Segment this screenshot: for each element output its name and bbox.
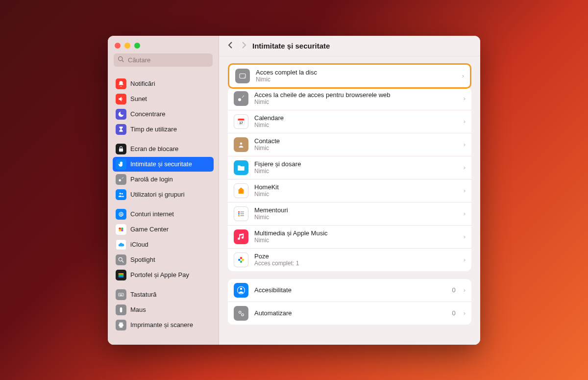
photos-icon xyxy=(234,253,248,267)
zoom-button[interactable] xyxy=(134,43,140,49)
sidebar-item-label: Portofel și Apple Pay xyxy=(130,271,189,279)
svg-rect-20 xyxy=(120,295,122,295)
svg-line-12 xyxy=(122,260,124,262)
sidebar-item[interactable]: Concentrare xyxy=(113,107,214,122)
sidebar-item[interactable]: Intimitate și securitate xyxy=(113,157,214,172)
svg-point-41 xyxy=(238,258,241,261)
sidebar-item-label: Parolă de login xyxy=(130,176,173,183)
sidebar-item-label: iCloud xyxy=(130,241,148,248)
bell-icon xyxy=(116,78,126,89)
privacy-row[interactable]: Fișiere și dosareNimic› xyxy=(228,156,471,179)
row-title: Acces la cheile de acces pentru browsere… xyxy=(254,91,458,99)
lock-icon xyxy=(116,144,126,154)
svg-rect-15 xyxy=(119,276,124,277)
search-field[interactable] xyxy=(114,53,213,67)
privacy-row[interactable]: MementouriNimic› xyxy=(228,202,471,225)
row-title: Poze xyxy=(254,253,458,260)
sidebar-item-label: Intimitate și securitate xyxy=(130,160,192,168)
svg-line-1 xyxy=(122,60,123,62)
sidebar-item[interactable]: Maus xyxy=(113,303,214,317)
sidebar-item[interactable]: Utilizatori și grupuri xyxy=(113,187,214,202)
svg-rect-21 xyxy=(120,307,122,312)
keyboard-icon xyxy=(116,289,126,300)
header: Intimitate și securitate xyxy=(219,36,480,56)
svg-rect-19 xyxy=(122,294,122,294)
sidebar-list[interactable]: NotificăriSunetConcentrareTimp de utiliz… xyxy=(108,72,219,345)
svg-rect-22 xyxy=(120,322,123,324)
row-subtitle: Nimic xyxy=(254,214,458,221)
svg-rect-35 xyxy=(241,213,245,214)
sidebar-item[interactable]: Sunet xyxy=(113,92,214,106)
privacy-row[interactable]: Acces la cheile de acces pentru browsere… xyxy=(228,87,471,110)
row-subtitle: Nimic xyxy=(254,99,458,105)
svg-point-32 xyxy=(238,211,240,212)
chevron-right-icon: › xyxy=(464,309,466,317)
row-title: Acces complet la disc xyxy=(256,69,456,76)
back-button[interactable] xyxy=(228,42,234,50)
sidebar-item[interactable]: Game Center xyxy=(113,222,214,237)
sidebar-item-label: Tastatură xyxy=(130,291,156,298)
sidebar-item-label: Game Center xyxy=(130,226,169,233)
minimize-button[interactable] xyxy=(124,43,130,49)
row-subtitle: Nimic xyxy=(254,237,458,244)
chevron-right-icon: › xyxy=(464,286,466,294)
search-input[interactable] xyxy=(127,56,211,64)
content-scroll[interactable]: Acces complet la disc Nimic › Acces la c… xyxy=(219,56,480,345)
privacy-row[interactable]: 17CalendareNimic› xyxy=(228,110,471,133)
sidebar-item-label: Ecran de blocare xyxy=(130,145,178,152)
privacy-row[interactable]: Accesibilitate0› xyxy=(228,279,471,302)
sidebar-item-label: Sunet xyxy=(130,95,147,102)
svg-point-38 xyxy=(240,257,243,259)
row-title: Multimedia și Apple Music xyxy=(254,229,458,237)
sidebar-item[interactable]: Conturi internet xyxy=(113,207,214,222)
sidebar-item[interactable]: Imprimante și scanere xyxy=(113,318,214,332)
key-icon xyxy=(116,174,126,185)
row-title: Contacte xyxy=(254,137,458,145)
row-title: Accesibilitate xyxy=(254,286,446,294)
disk-icon xyxy=(235,69,250,83)
chevron-right-icon: › xyxy=(464,164,466,171)
row-title: Fișiere și dosare xyxy=(254,160,458,168)
gears-icon xyxy=(234,306,248,321)
forward-button[interactable] xyxy=(241,42,246,50)
sidebar-item[interactable]: Spotlight xyxy=(113,253,214,267)
person-icon xyxy=(234,283,248,298)
privacy-row[interactable]: Multimedia și Apple MusicNimic› xyxy=(228,225,471,248)
svg-point-44 xyxy=(239,311,242,313)
privacy-row[interactable]: ContacteNimic› xyxy=(228,133,471,156)
contacts-icon xyxy=(234,137,248,152)
key-icon xyxy=(234,91,248,106)
row-subtitle: Nimic xyxy=(254,168,458,175)
sidebar-item[interactable]: Parolă de login xyxy=(113,172,214,187)
svg-rect-37 xyxy=(241,215,245,216)
search-icon xyxy=(118,56,124,64)
sidebar-item[interactable]: iCloud xyxy=(113,237,214,252)
row-full-disk-access[interactable]: Acces complet la disc Nimic › xyxy=(229,65,470,87)
row-subtitle: Acces complet: 1 xyxy=(254,260,458,267)
svg-point-34 xyxy=(238,213,240,214)
svg-point-9 xyxy=(119,229,121,231)
moon-icon xyxy=(116,109,126,120)
svg-rect-25 xyxy=(240,74,245,78)
svg-point-31 xyxy=(240,142,243,145)
close-button[interactable] xyxy=(115,43,121,49)
svg-point-39 xyxy=(242,258,245,261)
svg-rect-14 xyxy=(119,274,124,276)
privacy-row[interactable]: PozeAcces complet: 1› xyxy=(228,248,471,271)
chevron-right-icon: › xyxy=(464,210,466,217)
sidebar-item[interactable]: Notificări xyxy=(113,76,214,91)
search-icon xyxy=(116,254,126,265)
svg-point-40 xyxy=(240,260,243,263)
sidebar-item[interactable]: Tastatură xyxy=(113,287,214,302)
hourglass-icon xyxy=(116,124,126,135)
svg-point-45 xyxy=(242,313,244,316)
sidebar-item[interactable]: Ecran de blocare xyxy=(113,142,214,156)
svg-rect-29 xyxy=(238,119,245,121)
privacy-row[interactable]: Automatizare0› xyxy=(228,302,471,325)
svg-text:17: 17 xyxy=(239,121,243,124)
sidebar-item[interactable]: Portofel și Apple Pay xyxy=(113,268,214,282)
svg-point-11 xyxy=(119,257,122,261)
sidebar-item[interactable]: Timp de utilizare xyxy=(113,122,214,137)
chevron-right-icon: › xyxy=(464,95,466,102)
privacy-row[interactable]: HomeKitNimic› xyxy=(228,179,471,202)
